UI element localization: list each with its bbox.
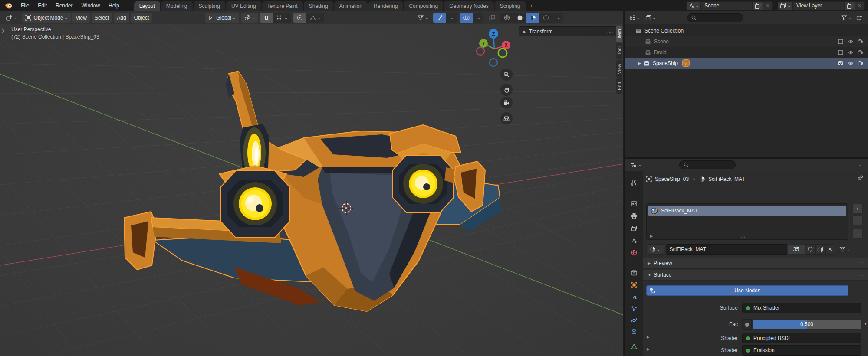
outliner-editor-type-button[interactable]: ⌄	[628, 13, 642, 23]
tab-tool[interactable]	[627, 177, 641, 189]
properties-editor-type-button[interactable]: ⌄	[628, 160, 644, 170]
zoom-button[interactable]	[500, 69, 513, 81]
add-material-slot-button[interactable]: +	[852, 204, 863, 214]
viewport-menu-view[interactable]: View	[72, 13, 90, 23]
collection-color-tag-badge[interactable]: ▽	[682, 59, 690, 67]
workspace-tab-sculpting[interactable]: Sculpting	[194, 1, 226, 11]
hide-eye-icon[interactable]	[848, 60, 854, 66]
disable-render-camera-icon[interactable]	[858, 49, 864, 56]
workspace-tab-geometry-nodes[interactable]: Geometry Nodes	[444, 1, 494, 11]
tab-physics[interactable]	[627, 315, 641, 326]
sidebar-tab-tool[interactable]: Tool	[616, 43, 622, 59]
tab-render[interactable]	[627, 198, 641, 209]
sidebar-tab-item[interactable]: Item	[616, 26, 622, 42]
viewport-menu-select[interactable]: Select	[92, 13, 112, 23]
material-slot-active[interactable]: SciFiPack_MAT	[648, 206, 846, 216]
tab-world[interactable]	[627, 247, 641, 258]
workspace-tab-compositing[interactable]: Compositing	[404, 1, 444, 11]
tab-modifiers[interactable]	[627, 291, 641, 303]
mode-dropdown[interactable]: Object Mode⌄	[22, 13, 71, 23]
viewport-3d[interactable]: ⌄ Object Mode⌄ View Select Add Object	[0, 11, 623, 356]
tab-scene[interactable]	[627, 235, 641, 246]
outliner-display-mode-button[interactable]: ⌄	[644, 13, 658, 23]
browse-material-button[interactable]: ⌄	[646, 244, 664, 255]
outliner-item-label[interactable]: Droid	[654, 49, 667, 56]
view-layer-browse-button[interactable]: ⌄	[778, 2, 793, 10]
outliner-item-label[interactable]: Scene Collection	[644, 28, 684, 34]
overlays-dropdown[interactable]: ⌄	[473, 13, 483, 23]
toolbar-expand-arrow[interactable]: ❯	[1, 28, 5, 33]
view-layer-delete-button[interactable]: ✕	[855, 2, 864, 10]
fac-keyframe-dot[interactable]: ●	[865, 322, 867, 326]
slot-specials-arrow[interactable]: ▶	[650, 234, 653, 238]
material-name-field[interactable]: SciFiPack_MAT	[666, 244, 787, 255]
scene-name[interactable]: Scene	[701, 3, 752, 9]
add-workspace-button[interactable]: +	[526, 1, 536, 11]
scene-new-button[interactable]	[752, 2, 763, 10]
object-type-visibility-dropdown[interactable]: ⌄	[414, 13, 432, 23]
material-extras-dropdown[interactable]: ⌄	[839, 246, 850, 252]
shader2-field[interactable]: Emission	[742, 345, 861, 356]
new-material-copy-button[interactable]	[815, 244, 825, 255]
hide-eye-icon[interactable]	[848, 49, 854, 56]
shader1-field[interactable]: Principled BSDF	[742, 333, 861, 343]
workspace-tab-texture-paint[interactable]: Texture Paint	[262, 1, 303, 11]
spaceship-model[interactable]	[124, 71, 502, 311]
expand-arrow-icon[interactable]: ▶	[638, 61, 641, 65]
breadcrumb-material[interactable]: SciFiPack_MAT	[708, 176, 745, 182]
menu-file[interactable]: File	[16, 1, 33, 10]
gizmos-toggle[interactable]	[433, 13, 446, 23]
menu-window[interactable]: Window	[77, 1, 104, 10]
unlink-material-button[interactable]: ✕	[825, 244, 835, 255]
outliner-row-droid[interactable]: Droid	[625, 47, 868, 58]
exclude-checkbox-checked[interactable]	[838, 60, 844, 66]
proportional-editing-toggle[interactable]	[293, 13, 306, 23]
shader2-expand-arrow[interactable]: ▶	[647, 347, 649, 351]
tab-particles[interactable]	[627, 303, 641, 314]
proportional-falloff-dropdown[interactable]: ⌄	[306, 13, 324, 23]
fac-socket-button[interactable]	[742, 319, 752, 330]
hide-eye-icon[interactable]	[848, 39, 854, 45]
outliner-item-label[interactable]: SpaceShip	[653, 60, 678, 66]
view-layer-name[interactable]: View Layer	[793, 3, 844, 9]
menu-render[interactable]: Render	[51, 1, 77, 10]
shading-wireframe-button[interactable]	[500, 13, 513, 23]
navigation-gizmo[interactable]: Z Y X	[477, 29, 510, 66]
fake-user-shield-button[interactable]	[806, 244, 815, 255]
shading-material-preview-button[interactable]	[526, 13, 539, 23]
new-collection-button[interactable]	[855, 13, 864, 23]
exclude-checkbox-unchecked[interactable]	[838, 49, 844, 56]
disable-render-camera-icon[interactable]	[858, 60, 864, 66]
menu-help[interactable]: Help	[104, 1, 124, 10]
xray-toggle[interactable]	[486, 13, 499, 23]
list-resize-grip[interactable]: ∷∷	[741, 235, 747, 239]
sidebar-tab-edit[interactable]: Edit	[616, 78, 622, 94]
workspace-tab-uv-editing[interactable]: UV Editing	[226, 1, 262, 11]
viewport-menu-object[interactable]: Object	[131, 13, 152, 23]
preview-section-header[interactable]: ▶ Preview ∷∷	[643, 258, 868, 269]
scene-browse-button[interactable]: ⌄	[687, 2, 701, 10]
breadcrumb-object[interactable]: SpaceShip_03	[655, 176, 689, 182]
fac-slider[interactable]: 0.500	[752, 319, 861, 330]
sidebar-tab-view[interactable]: View	[616, 60, 622, 78]
workspace-tab-layout[interactable]: Layout	[134, 1, 161, 11]
snap-toggle-button[interactable]	[260, 13, 273, 23]
exclude-checkbox-unchecked[interactable]	[838, 39, 844, 45]
shading-dropdown[interactable]: ⌄	[552, 13, 563, 23]
surface-section-header[interactable]: ▼ Surface ∷∷	[643, 270, 868, 281]
tab-object-data[interactable]	[627, 341, 641, 353]
surface-shader-field[interactable]: Mix Shader	[742, 303, 861, 313]
viewport-menu-add[interactable]: Add	[114, 13, 129, 23]
properties-options-dropdown[interactable]: ⌄	[858, 163, 862, 167]
outliner-row-scene-collection[interactable]: Scene Collection	[625, 25, 868, 36]
tab-object[interactable]	[627, 279, 641, 291]
shading-rendered-button[interactable]	[539, 13, 552, 23]
properties-search-input[interactable]	[679, 160, 736, 169]
tab-view-layer[interactable]	[627, 223, 641, 234]
panel-grip-icon[interactable]: ∷∷	[608, 29, 613, 34]
shader1-expand-arrow[interactable]: ▶	[647, 335, 649, 339]
workspace-tab-shading[interactable]: Shading	[304, 1, 334, 11]
shading-solid-button[interactable]	[513, 13, 526, 23]
outliner-row-scene[interactable]: Scene	[625, 36, 868, 47]
transform-orientation-dropdown[interactable]: Global⌄	[205, 13, 239, 23]
